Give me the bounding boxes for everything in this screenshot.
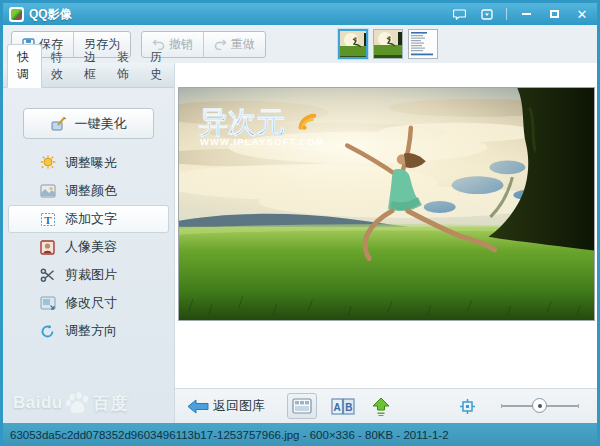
resize-icon (39, 295, 56, 312)
back-to-gallery-button[interactable]: 返回图库 (187, 397, 265, 415)
thumbnail-photo-selected[interactable] (338, 29, 368, 59)
upload-green-arrow-icon (371, 397, 391, 416)
baidu-watermark-text: Baidu (13, 393, 63, 413)
compare-ab-icon: AB (331, 398, 355, 415)
menu-item-add-text[interactable]: T 添加文字 (8, 205, 169, 233)
zoom-slider-handle[interactable] (532, 398, 547, 413)
tab-quick-adjust[interactable]: 快调 (7, 44, 42, 88)
thumbnail-view-icon (292, 398, 312, 414)
left-sidebar: 快调 特效 边框 装饰 历史 一键美化 (3, 63, 174, 423)
window-title: QQ影像 (29, 6, 72, 23)
app-logo-icon (9, 7, 24, 22)
back-arrow-icon (187, 399, 209, 414)
tab-decorate[interactable]: 装饰 (108, 45, 141, 87)
menu-item-portrait[interactable]: 人像美容 (8, 233, 169, 261)
svg-text:A: A (334, 401, 341, 412)
app-window: QQ影像 ✕ 保存 另存为 (0, 0, 600, 446)
status-file-info: 63053da5c2dd078352d9603496113b17-1253757… (10, 429, 449, 441)
photo-canvas: 异次元 WWW.IPLAYSOFT.COM (175, 63, 597, 388)
redo-label: 重做 (231, 36, 255, 53)
tab-effects[interactable]: 特效 (42, 45, 75, 87)
redo-icon (214, 38, 227, 50)
color-adjust-icon (39, 183, 56, 200)
redo-button[interactable]: 重做 (203, 32, 265, 57)
svg-text:T: T (44, 213, 52, 225)
thumbnail-view-button[interactable] (287, 393, 317, 419)
exposure-bulb-icon (39, 155, 56, 172)
minimize-button[interactable] (517, 7, 535, 21)
compare-ab-button[interactable]: AB (331, 398, 355, 415)
bottom-toolbar: 返回图库 AB (175, 388, 597, 423)
side-panel: 一键美化 调整曝光 调整颜色 (3, 88, 174, 423)
thumbnail-photo[interactable] (373, 29, 403, 59)
baidu-watermark-cn: 百度 (93, 392, 128, 415)
crop-scissors-icon (39, 267, 56, 284)
main-area: 异次元 WWW.IPLAYSOFT.COM 返回图库 (174, 63, 597, 423)
close-icon: ✕ (577, 8, 588, 21)
tool-menu: 调整曝光 调整颜色 T 添加文字 (3, 149, 174, 345)
svg-text:B: B (345, 401, 352, 412)
fit-to-screen-icon (460, 399, 475, 414)
menu-item-rotate[interactable]: 调整方向 (8, 317, 169, 345)
skin-menu-icon[interactable] (478, 7, 496, 21)
feedback-chat-icon[interactable] (450, 7, 468, 21)
baidu-watermark: Baidu 百度 (13, 391, 128, 415)
menu-label: 剪裁图片 (65, 266, 117, 284)
upload-button[interactable] (371, 397, 391, 416)
add-text-icon: T (39, 211, 56, 228)
menu-label: 调整方向 (65, 322, 117, 340)
menu-label: 添加文字 (65, 210, 117, 228)
tab-borders[interactable]: 边框 (75, 45, 108, 87)
zoom-slider[interactable] (501, 398, 579, 414)
close-button[interactable]: ✕ (573, 7, 591, 21)
menu-item-resize[interactable]: 修改尺寸 (8, 289, 169, 317)
svg-text:异次元: 异次元 (198, 106, 286, 138)
thumbnail-document[interactable] (408, 29, 438, 59)
thumbnail-strip (338, 29, 438, 59)
menu-item-exposure[interactable]: 调整曝光 (8, 149, 169, 177)
magic-wand-icon (51, 115, 68, 132)
status-bar: 63053da5c2dd078352d9603496113b17-1253757… (3, 423, 597, 446)
menu-label: 人像美容 (65, 238, 117, 256)
tab-history[interactable]: 历史 (141, 45, 174, 87)
rotate-icon (39, 323, 56, 340)
menu-label: 调整颜色 (65, 182, 117, 200)
portrait-beauty-icon (39, 239, 56, 256)
title-bar: QQ影像 ✕ (3, 3, 597, 25)
maximize-button[interactable] (545, 7, 563, 21)
menu-label: 修改尺寸 (65, 294, 117, 312)
menu-label: 调整曝光 (65, 154, 117, 172)
minimize-icon (522, 13, 531, 15)
svg-text:WWW.IPLAYSOFT.COM: WWW.IPLAYSOFT.COM (200, 136, 325, 147)
photo-jumping-woman[interactable]: 异次元 WWW.IPLAYSOFT.COM (178, 87, 595, 321)
back-to-gallery-label: 返回图库 (213, 397, 265, 415)
one-click-beautify-label: 一键美化 (75, 115, 127, 133)
fit-to-screen-button[interactable] (460, 399, 475, 414)
one-click-beautify-button[interactable]: 一键美化 (23, 108, 154, 139)
titlebar-separator (506, 8, 507, 20)
menu-item-crop[interactable]: 剪裁图片 (8, 261, 169, 289)
baidu-paw-icon (65, 391, 91, 415)
menu-item-color[interactable]: 调整颜色 (8, 177, 169, 205)
maximize-icon (550, 10, 559, 18)
tool-tabs: 快调 特效 边框 装饰 历史 (3, 63, 174, 88)
